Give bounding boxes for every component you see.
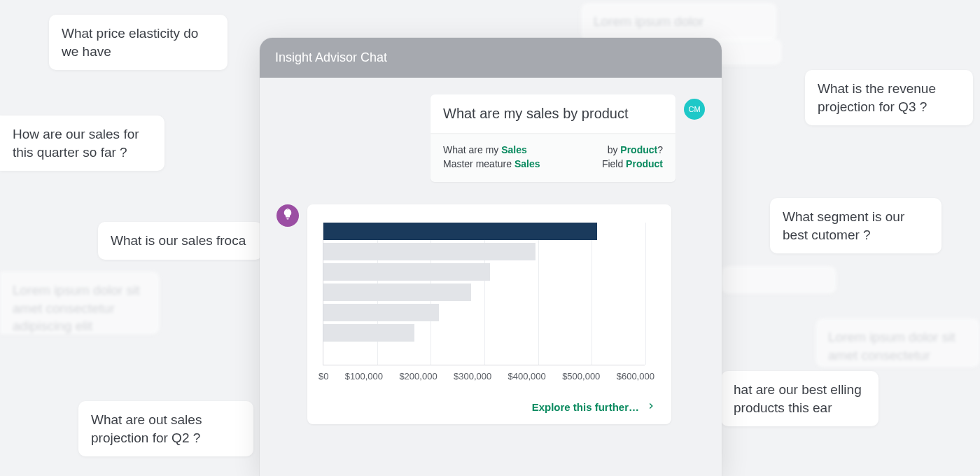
keyword-product: Product — [620, 144, 657, 155]
suggestion-bubble-faded — [721, 266, 836, 294]
x-tick-label: $200,000 — [399, 371, 437, 382]
suggestion-bubble[interactable]: What segment is our best cutomer ? — [770, 198, 941, 253]
user-query-text: What are my sales by product — [443, 106, 629, 121]
keyword-product: Product — [626, 158, 663, 169]
chart-bar[interactable] — [323, 263, 490, 281]
chevron-right-icon — [646, 401, 656, 413]
chart-bar[interactable] — [323, 324, 414, 342]
chart-bar[interactable] — [323, 243, 536, 260]
x-tick-label: $100,000 — [345, 371, 383, 382]
avatar-initials: CM — [688, 105, 700, 113]
grid-line — [645, 223, 646, 365]
x-tick-label: $400,000 — [508, 371, 546, 382]
x-tick-label: $500,000 — [562, 371, 600, 382]
suggestion-bubble[interactable]: hat are our best elling products this ea… — [721, 371, 878, 426]
user-message-row: What are my sales by product CM — [276, 94, 705, 133]
suggestion-text: Lorem ipsum dolor — [594, 14, 704, 29]
suggestion-bubble-faded: Lorem ipsum dolor — [581, 3, 777, 41]
suggestion-text: What price elasticity do we have — [62, 26, 198, 59]
x-tick-label: $300,000 — [454, 371, 491, 382]
suggestion-bubble[interactable]: What is the revenue projection for Q3 ? — [805, 70, 973, 125]
chart-bar[interactable] — [323, 223, 597, 240]
chat-body: What are my sales by product CM What are… — [260, 78, 722, 424]
interp-line: Master meature Sales Field Product — [443, 158, 663, 169]
bar-chart[interactable] — [323, 223, 645, 365]
interp-right: by Product? — [608, 144, 663, 155]
bot-avatar[interactable] — [276, 204, 299, 227]
suggestion-text: hat are our best elling products this ea… — [734, 382, 862, 415]
keyword-sales: Sales — [514, 158, 540, 169]
suggestion-text: Lorem ipsum dolor sit amet consectetur a… — [13, 283, 140, 333]
suggestion-bubble-faded — [712, 38, 782, 65]
grid-line — [538, 223, 539, 365]
bot-answer-row: $0$100,000$200,000$300,000$400,000$500,0… — [276, 204, 705, 424]
x-tick-label: $600,000 — [617, 371, 654, 382]
grid-line — [592, 223, 592, 365]
lightbulb-icon — [281, 208, 294, 223]
suggestion-bubble-faded: Lorem ipsum dolor sit amet consectetur — [816, 318, 980, 368]
suggestion-bubble[interactable]: What price elasticity do we have — [49, 15, 227, 70]
explore-further-link[interactable]: Explore this further… — [323, 401, 656, 413]
x-axis-ticks: $0$100,000$200,000$300,000$400,000$500,0… — [318, 371, 654, 382]
suggestion-text: What segment is our best cutomer ? — [783, 209, 904, 242]
suggestion-bubble-faded: Lorem ipsum dolor sit amet consectetur a… — [0, 272, 160, 335]
suggestion-bubble[interactable]: What is our sales froca — [98, 222, 262, 260]
suggestion-bubble[interactable]: What are out sales projection for Q2 ? — [78, 401, 253, 456]
x-tick-label: $0 — [318, 371, 328, 382]
suggestion-text: What are out sales projection for Q2 ? — [91, 412, 202, 445]
chat-panel: Insight Advisor Chat What are my sales b… — [260, 38, 722, 476]
interpretation-card: What are my Sales by Product? Master mea… — [430, 133, 676, 182]
user-avatar[interactable]: CM — [684, 99, 705, 120]
suggestion-text: Lorem ipsum dolor sit amet consectetur — [828, 330, 955, 363]
interp-left: What are my Sales — [443, 144, 527, 155]
suggestion-bubble[interactable]: How are our sales for this quarter so fa… — [0, 115, 164, 171]
keyword-sales: Sales — [501, 144, 527, 155]
interp-left: Master meature Sales — [443, 158, 540, 169]
chart-card: $0$100,000$200,000$300,000$400,000$500,0… — [307, 204, 671, 424]
suggestion-text: What is our sales froca — [111, 233, 246, 248]
interp-right: Field Product — [602, 158, 663, 169]
chart-bar[interactable] — [323, 304, 439, 321]
suggestion-text: How are our sales for this quarter so fa… — [13, 127, 139, 160]
explore-label: Explore this further… — [532, 401, 639, 413]
suggestion-text: What is the revenue projection for Q3 ? — [818, 81, 936, 114]
user-query-card: What are my sales by product — [430, 94, 676, 133]
chart-bar[interactable] — [323, 284, 471, 301]
chat-header-title: Insight Advisor Chat — [260, 38, 722, 78]
interp-line: What are my Sales by Product? — [443, 144, 663, 155]
